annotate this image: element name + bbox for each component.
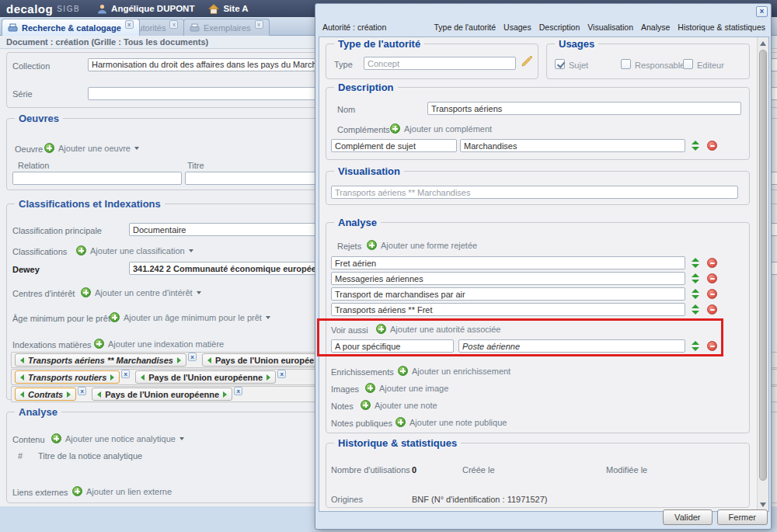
add-voir-aussi-link[interactable]: Ajouter une autorité associée: [376, 324, 500, 334]
complements-label: Compléments: [337, 125, 390, 134]
subject-tag[interactable]: Contrats: [15, 388, 76, 401]
nom-input[interactable]: [427, 102, 741, 115]
plus-icon: [395, 417, 406, 427]
checkbox-sujet[interactable]: [555, 59, 565, 69]
voir-aussi-value-input[interactable]: [458, 339, 685, 353]
scroll-up-icon[interactable]: [760, 41, 766, 46]
modal-title: Autorité : création: [322, 23, 386, 32]
remove-icon[interactable]: [707, 141, 717, 151]
plus-icon: [398, 366, 408, 376]
remove-icon[interactable]: [707, 304, 717, 315]
remove-icon[interactable]: [707, 258, 717, 268]
voir-aussi-type-input[interactable]: [331, 339, 454, 353]
add-complement-link[interactable]: Ajouter un complément: [390, 123, 492, 134]
add-note-publique-link[interactable]: Ajouter une note publique: [395, 417, 507, 427]
nav-description[interactable]: Description: [539, 23, 580, 32]
complement-value-input[interactable]: [460, 139, 685, 152]
add-enrichissement-link[interactable]: Ajouter un enrichissement: [398, 366, 510, 376]
add-rejet-link[interactable]: Ajouter une forme rejetée: [367, 240, 477, 250]
subject-tag[interactable]: Pays de l'Union européenne: [92, 388, 232, 401]
chevron-right-icon[interactable]: [110, 374, 114, 381]
section-title: Analyse: [334, 217, 381, 228]
add-lien-link[interactable]: Ajouter un lien externe: [72, 486, 172, 496]
plus-icon: [94, 339, 104, 349]
plus-icon: [81, 287, 91, 297]
type-input[interactable]: [364, 57, 516, 70]
rejet-input[interactable]: [331, 272, 685, 285]
nav-visualisation[interactable]: Visualisation: [587, 23, 633, 32]
add-notice-link[interactable]: Ajouter une notice analytique: [51, 433, 184, 443]
add-voir-aussi-label: Ajouter une autorité associée: [390, 325, 500, 334]
reorder-icon[interactable]: [692, 304, 700, 315]
reorder-icon[interactable]: [692, 258, 700, 268]
chevron-left-icon[interactable]: [97, 391, 101, 398]
chevron-right-icon[interactable]: [177, 357, 181, 363]
chevron-left-icon[interactable]: [20, 391, 24, 398]
plus-icon: [72, 486, 82, 496]
remove-icon[interactable]: [707, 289, 717, 299]
tag-close-icon[interactable]: x: [234, 387, 242, 395]
rejet-input[interactable]: [331, 303, 685, 316]
reorder-icon[interactable]: [692, 141, 700, 151]
rejet-input[interactable]: [331, 256, 685, 269]
chevron-left-icon[interactable]: [141, 374, 145, 381]
tag-close-icon[interactable]: x: [78, 387, 86, 395]
checkbox-responsable-label: Responsable: [635, 61, 685, 70]
current-user[interactable]: Angélique DUPONT: [97, 4, 194, 14]
rejet-input[interactable]: [331, 287, 685, 301]
tab-close-icon[interactable]: x: [255, 20, 263, 29]
add-age-link[interactable]: Ajouter un âge minimum pour le prêt: [110, 312, 270, 322]
nav-type-autorite[interactable]: Type de l'autorité: [434, 23, 496, 32]
reorder-icon[interactable]: [692, 289, 700, 299]
section-analyse-modal: Analyse Rejets Ajouter une forme rejetée…: [326, 222, 750, 433]
add-image-link[interactable]: Ajouter une image: [365, 383, 448, 393]
chevron-right-icon[interactable]: [223, 391, 227, 398]
tag-close-icon[interactable]: x: [188, 353, 197, 361]
nav-historique[interactable]: Historique & statistiques: [678, 23, 765, 32]
tab-recherche-catalogage[interactable]: Recherche & catalogage x: [2, 19, 140, 36]
subject-tag[interactable]: Pays de l'Union européenne: [135, 370, 276, 384]
add-note-link[interactable]: Ajouter une note: [361, 400, 437, 410]
caret-down-icon: [266, 316, 270, 319]
chevron-left-icon[interactable]: [20, 357, 24, 363]
modal-close-icon[interactable]: ×: [756, 6, 768, 17]
tab-close-icon[interactable]: x: [125, 20, 134, 29]
subject-tag[interactable]: Transports routiers: [15, 370, 120, 384]
oeuvre-label: Oeuvre: [15, 144, 43, 154]
checkbox-editeur[interactable]: [683, 59, 693, 69]
tab-close-icon[interactable]: x: [169, 20, 178, 29]
remove-icon[interactable]: [707, 341, 717, 351]
tab-exemplaires[interactable]: Exemplaires x: [183, 19, 270, 36]
scrollbar-thumb[interactable]: [759, 50, 767, 481]
valider-button[interactable]: Valider: [663, 509, 712, 525]
tag-close-icon[interactable]: x: [277, 370, 286, 378]
complement-type-input[interactable]: [331, 139, 457, 152]
subject-tag[interactable]: Transports aériens ** Marchandises: [15, 353, 186, 367]
chevron-left-icon[interactable]: [207, 357, 211, 363]
scroll-down-icon[interactable]: [760, 502, 766, 507]
chevron-left-icon[interactable]: [20, 374, 24, 381]
relation-input[interactable]: [12, 172, 182, 185]
fermer-button[interactable]: Fermer: [717, 509, 768, 525]
nav-analyse[interactable]: Analyse: [641, 23, 670, 32]
add-centre-link[interactable]: Ajouter un centre d'intérêt: [81, 287, 201, 297]
modal-scrollbar[interactable]: [757, 37, 768, 511]
plus-icon: [44, 143, 54, 153]
current-site[interactable]: Site A: [208, 4, 248, 14]
chevron-right-icon[interactable]: [267, 374, 270, 381]
checkbox-responsable[interactable]: [621, 59, 631, 69]
voir-aussi-label: Voir aussi: [331, 325, 368, 335]
add-classification-link[interactable]: Ajouter une classification: [76, 245, 193, 256]
add-complement-label: Ajouter un complément: [404, 124, 492, 134]
visualisation-input[interactable]: [331, 186, 738, 199]
chevron-right-icon[interactable]: [67, 391, 71, 398]
nav-usages[interactable]: Usages: [503, 23, 531, 32]
reorder-icon[interactable]: [692, 273, 700, 283]
section-historique: Historique & statistiques Nombre d'utili…: [326, 443, 750, 508]
add-indexation-link[interactable]: Ajouter une indexation matière: [94, 339, 224, 349]
remove-icon[interactable]: [707, 273, 717, 283]
add-oeuvre-link[interactable]: Ajouter une oeuvre: [44, 143, 139, 153]
reorder-icon[interactable]: [692, 341, 700, 351]
edit-pencil-icon[interactable]: [521, 55, 533, 68]
tag-close-icon[interactable]: x: [121, 370, 130, 378]
